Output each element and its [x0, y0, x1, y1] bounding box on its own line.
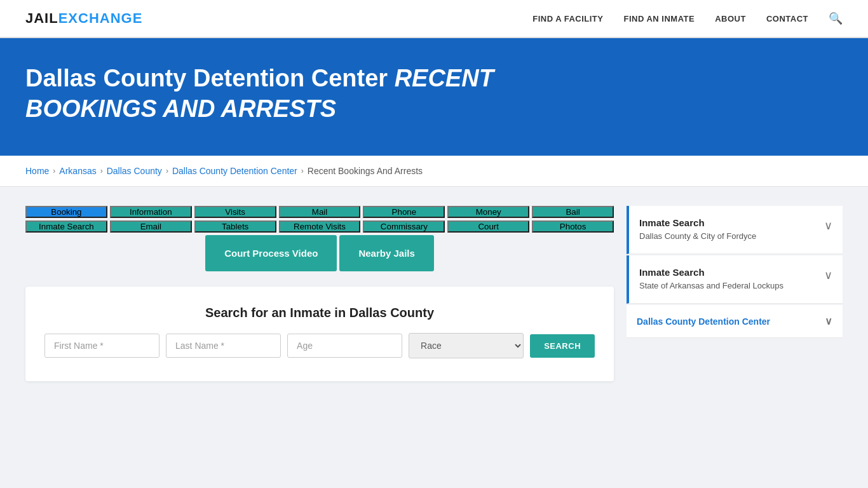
breadcrumb-home[interactable]: Home: [25, 166, 49, 176]
last-name-input[interactable]: [166, 334, 281, 358]
sidebar-item-subtitle-1: Dallas County & City of Fordyce: [639, 231, 756, 242]
btn-visits[interactable]: Visits: [194, 206, 276, 218]
sidebar-inmate-search-2[interactable]: Inmate Search State of Arkansas and Fede…: [627, 255, 843, 304]
logo-jail: JAIL: [25, 10, 58, 26]
sidebar-item-subtitle-2: State of Arkansas and Federal Lockups: [639, 280, 783, 292]
sidebar-inmate-search-1[interactable]: Inmate Search Dallas County & City of Fo…: [627, 206, 843, 254]
nav-find-facility[interactable]: FIND A FACILITY: [532, 14, 603, 24]
left-column: Booking Information Visits Mail Phone Mo…: [25, 206, 614, 381]
race-select[interactable]: Race White Black Hispanic Asian Other: [409, 333, 524, 358]
breadcrumb-detention-center[interactable]: Dallas County Detention Center: [172, 166, 297, 176]
button-row-3: Court Process Video Nearby Jails: [25, 235, 614, 271]
btn-phone[interactable]: Phone: [363, 206, 445, 218]
btn-bail[interactable]: Bail: [532, 206, 614, 218]
btn-mail[interactable]: Mail: [279, 206, 361, 218]
btn-remote-visits[interactable]: Remote Visits: [279, 220, 361, 233]
nav-about[interactable]: ABOUT: [715, 14, 746, 24]
btn-commissary[interactable]: Commissary: [363, 220, 445, 233]
button-row-1: Booking Information Visits Mail Phone Mo…: [25, 206, 614, 218]
btn-nearby-jails[interactable]: Nearby Jails: [339, 235, 433, 271]
search-box-title: Search for an Inmate in Dallas County: [44, 306, 595, 320]
header: JAILEXCHANGE FIND A FACILITY FIND AN INM…: [0, 0, 868, 38]
btn-court-process-video[interactable]: Court Process Video: [205, 235, 337, 271]
breadcrumb-arkansas[interactable]: Arkansas: [59, 166, 96, 176]
nav-contact[interactable]: CONTACT: [766, 14, 808, 24]
button-row-2: Inmate Search Email Tablets Remote Visit…: [25, 220, 614, 233]
main-area: Booking Information Visits Mail Phone Mo…: [0, 187, 868, 400]
page-title: Dallas County Detention Center Recent Bo…: [25, 64, 597, 124]
sidebar-item-title-1: Inmate Search: [639, 217, 756, 228]
breadcrumb: Home › Arkansas › Dallas County › Dallas…: [25, 166, 843, 176]
inmate-search-box: Search for an Inmate in Dallas County Ra…: [25, 287, 614, 381]
chevron-down-icon-2: ∨: [824, 268, 832, 282]
search-icon[interactable]: 🔍: [829, 11, 843, 25]
btn-email[interactable]: Email: [110, 220, 192, 233]
chevron-down-icon-3: ∨: [825, 315, 832, 327]
btn-booking[interactable]: Booking: [25, 206, 107, 218]
main-nav: FIND A FACILITY FIND AN INMATE ABOUT CON…: [532, 11, 843, 25]
chevron-down-icon: ∨: [824, 219, 832, 233]
btn-money[interactable]: Money: [447, 206, 529, 218]
breadcrumb-bar: Home › Arkansas › Dallas County › Dallas…: [0, 156, 868, 187]
btn-information[interactable]: Information: [110, 206, 192, 218]
logo[interactable]: JAILEXCHANGE: [25, 10, 142, 27]
sidebar-plain-label: Dallas County Detention Center: [637, 316, 770, 327]
search-button[interactable]: SEARCH: [530, 334, 595, 358]
search-form: Race White Black Hispanic Asian Other SE…: [44, 333, 595, 358]
btn-court[interactable]: Court: [447, 220, 529, 233]
btn-inmate-search[interactable]: Inmate Search: [25, 220, 107, 233]
logo-exchange: EXCHANGE: [58, 10, 143, 26]
age-input[interactable]: [287, 334, 402, 358]
nav-find-inmate[interactable]: FIND AN INMATE: [623, 14, 695, 24]
btn-tablets[interactable]: Tablets: [194, 220, 276, 233]
hero-section: Dallas County Detention Center Recent Bo…: [0, 38, 868, 156]
btn-photos[interactable]: Photos: [532, 220, 614, 233]
right-sidebar: Inmate Search Dallas County & City of Fo…: [627, 206, 843, 381]
sidebar-detention-center[interactable]: Dallas County Detention Center ∨: [627, 305, 843, 338]
breadcrumb-dallas-county[interactable]: Dallas County: [107, 166, 162, 176]
sidebar-item-title-2: Inmate Search: [639, 267, 783, 278]
first-name-input[interactable]: [44, 334, 159, 358]
breadcrumb-current: Recent Bookings And Arrests: [308, 166, 423, 176]
